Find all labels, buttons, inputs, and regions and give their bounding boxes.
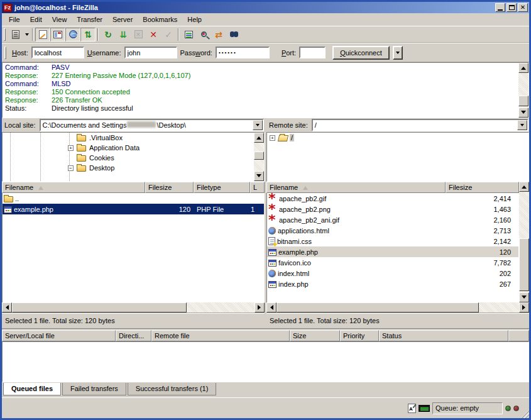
expand-icon[interactable]: + [270, 135, 275, 141]
remote-site-combobox[interactable]: / [312, 119, 528, 131]
scroll-down-button[interactable] [518, 108, 528, 118]
local-tree-scrollbar[interactable] [254, 133, 264, 181]
host-input[interactable] [31, 47, 84, 58]
tree-item-label: .VirtualBox [88, 134, 124, 141]
site-manager-button[interactable] [8, 28, 23, 41]
column-header-server-local-file[interactable]: Server/Local file [2, 330, 116, 341]
menu-file[interactable]: File [4, 14, 25, 25]
refresh-button[interactable]: ↻ [101, 28, 116, 41]
scroll-thumb[interactable] [519, 238, 529, 291]
quickconnect-dropdown-button[interactable] [393, 46, 403, 60]
menu-help[interactable]: Help [183, 14, 206, 25]
minimize-button[interactable] [495, 3, 505, 12]
column-header-remote-file[interactable]: Remote file [151, 330, 290, 341]
file-row-apache_pb2-png[interactable]: apache_pb2.png1,463 [267, 204, 518, 214]
file-row-index-php[interactable]: index.php267 [267, 279, 518, 289]
file-row-index-html[interactable]: index.html202 [267, 268, 518, 279]
scroll-right-button[interactable] [519, 302, 529, 312]
tab-queued-files[interactable]: Queued files [3, 383, 61, 395]
maximize-button[interactable] [506, 3, 517, 12]
toggle-remote-tree-button[interactable] [65, 28, 80, 41]
scroll-thumb[interactable] [276, 302, 479, 312]
scroll-up-button[interactable] [254, 133, 264, 143]
remote-horizontal-scrollbar[interactable] [266, 302, 529, 312]
scroll-thumb[interactable] [518, 96, 528, 106]
tree-item-desktop[interactable]: −Desktop [3, 163, 264, 173]
scroll-up-button[interactable] [519, 182, 529, 192]
tab-failed-transfers[interactable]: Failed transfers [62, 383, 126, 395]
directory-listing-filters-button[interactable] [181, 28, 196, 41]
log-message: PASV [52, 64, 70, 72]
column-header-filesize[interactable]: Filesize [145, 182, 194, 193]
column-header-l[interactable]: L [250, 182, 265, 193]
sort-ascending-icon [38, 184, 43, 190]
scroll-down-button[interactable] [254, 171, 264, 181]
filename-text: index.html [278, 270, 309, 277]
port-input[interactable] [299, 47, 326, 58]
toggle-message-log-button[interactable] [35, 28, 50, 41]
file-row-apache_pb2_ani-gif[interactable]: apache_pb2_ani.gif2,160 [267, 214, 518, 225]
file-row-applications-html[interactable]: applications.html2,713 [267, 225, 518, 236]
directory-comparison-button[interactable] [196, 28, 211, 41]
column-header-priority[interactable]: Priority [340, 330, 379, 341]
arrow-down-icon [522, 296, 527, 301]
file-row-example-php[interactable]: example.php120PHP File1 [3, 204, 264, 214]
cell-filename: apache_pb2_ani.gif [267, 214, 446, 225]
filename-text: apache_pb2_ani.gif [279, 216, 339, 224]
scroll-left-button[interactable] [2, 302, 12, 312]
file-row-apache_pb2-gif[interactable]: apache_pb2.gif2,414 [267, 193, 518, 204]
process-queue-button[interactable]: ⇊ [116, 28, 131, 41]
scroll-thumb[interactable] [254, 152, 264, 160]
column-header-directi-[interactable]: Directi... [116, 330, 151, 341]
site-manager-dropdown-button[interactable] [23, 28, 30, 41]
tree-item--virtualbox[interactable]: .VirtualBox [3, 133, 264, 143]
local-horizontal-scrollbar[interactable] [2, 302, 265, 312]
disconnect-button[interactable]: ✕ [146, 28, 161, 41]
tab-successful-transfers-1-[interactable]: Successful transfers (1) [128, 383, 217, 395]
scroll-thumb[interactable] [12, 302, 187, 312]
column-header-filename[interactable]: Filename [266, 182, 446, 193]
tree-item-root[interactable]: +/ [267, 133, 528, 143]
queue-tabs: Queued filesFailed transfersSuccessful t… [2, 382, 529, 397]
remote-list-scrollbar[interactable] [519, 182, 529, 302]
column-header-filetype[interactable]: Filetype [194, 182, 250, 193]
toggle-transfer-queue-button[interactable]: ⇅ [80, 28, 96, 41]
expand-icon[interactable]: + [68, 145, 74, 151]
queue-header: Server/Local fileDirecti...Remote fileSi… [2, 330, 529, 341]
reconnect-button[interactable]: ✓ [161, 28, 176, 41]
cancel-operation-button[interactable]: ✕ [131, 28, 146, 41]
resize-grip[interactable] [520, 409, 529, 418]
column-header-filesize[interactable]: Filesize [446, 182, 519, 193]
local-site-combobox[interactable]: C:\Documents and Settings\Desktop\ [40, 119, 264, 131]
toggle-local-tree-button[interactable] [50, 28, 65, 41]
column-header-status[interactable]: Status [379, 330, 508, 341]
username-input[interactable] [124, 47, 177, 58]
close-button[interactable]: ✕ [518, 3, 528, 12]
file-row-example-php[interactable]: example.php120 [267, 246, 518, 257]
scroll-down-button[interactable] [519, 292, 529, 302]
folder-icon [77, 155, 86, 162]
log-scrollbar[interactable] [518, 63, 528, 118]
column-header-size[interactable]: Size [290, 330, 340, 341]
file-row--[interactable]: .. [3, 193, 264, 204]
password-input[interactable] [216, 47, 270, 58]
collapse-icon[interactable]: − [68, 165, 74, 171]
scroll-left-button[interactable] [266, 302, 276, 312]
file-row-bitnami-css[interactable]: bitnami.css2,142 [267, 236, 518, 246]
menu-bookmarks[interactable]: Bookmarks [138, 14, 182, 25]
scroll-right-button[interactable] [255, 302, 265, 312]
menu-edit[interactable]: Edit [26, 14, 47, 25]
local-combo-dropdown-button[interactable] [253, 120, 263, 130]
scroll-up-button[interactable] [518, 63, 528, 73]
file-row-favicon-ico[interactable]: favicon.ico7,782 [267, 257, 518, 268]
tree-item-cookies[interactable]: Cookies [3, 153, 264, 163]
find-files-button[interactable] [226, 28, 241, 41]
menu-server[interactable]: Server [108, 14, 137, 25]
quickconnect-button[interactable]: Quickconnect [332, 46, 390, 60]
column-header-filename[interactable]: Filename [2, 182, 145, 193]
menu-transfer[interactable]: Transfer [72, 14, 107, 25]
remote-combo-dropdown-button[interactable] [517, 120, 527, 130]
menu-view[interactable]: View [48, 14, 72, 25]
tree-item-application-data[interactable]: +Application Data [3, 143, 264, 153]
synchronized-browsing-button[interactable]: ⇄ [211, 28, 226, 41]
